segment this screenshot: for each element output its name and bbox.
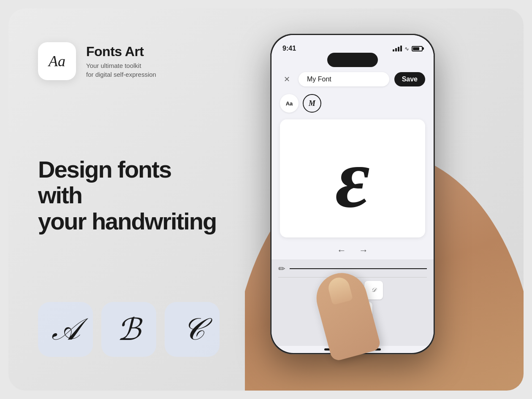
battery-icon <box>412 46 423 51</box>
app-header: ✕ My Font Save <box>271 67 434 92</box>
underline-bar <box>290 268 427 269</box>
tab-aa[interactable]: Aa <box>280 94 299 113</box>
app-icon: Aa <box>38 42 76 80</box>
close-button[interactable]: ✕ <box>280 73 293 86</box>
drawing-canvas[interactable]: ε <box>280 119 425 237</box>
letter-b: ℬ <box>117 312 141 348</box>
undo-button[interactable]: ← <box>337 245 346 256</box>
main-headline: Design fonts with your handwriting <box>38 156 220 235</box>
app-name: Fonts Art <box>86 44 156 59</box>
dynamic-island <box>327 53 378 67</box>
style-tabs: Aa M <box>271 92 434 115</box>
letter-cards: 𝒜 ℬ 𝒞 <box>38 302 220 357</box>
status-time: 9:41 <box>282 45 296 52</box>
tab-cursive[interactable]: M <box>303 94 321 113</box>
redo-button[interactable]: → <box>359 245 368 256</box>
letter-a: 𝒜 <box>52 312 79 347</box>
signal-icon <box>393 46 402 51</box>
main-container: Aa Fonts Art Your ultimate toolkit for d… <box>8 8 524 391</box>
save-button[interactable]: Save <box>394 72 425 86</box>
app-text-block: Fonts Art Your ultimate toolkit for digi… <box>86 44 156 79</box>
drawn-letter: ε <box>335 136 370 221</box>
letter-card-a: 𝒜 <box>38 302 93 357</box>
app-icon-text: Aa <box>49 52 65 70</box>
undo-redo-bar: ← → <box>271 242 434 259</box>
letter-card-c: 𝒞 <box>165 302 220 357</box>
pen-icon: ✏ <box>278 264 285 274</box>
right-panel: 9:41 ∿ <box>245 8 524 391</box>
status-icons: ∿ <box>393 46 423 52</box>
font-name-input[interactable]: My Font <box>299 72 389 86</box>
left-panel: Aa Fonts Art Your ultimate toolkit for d… <box>8 8 245 391</box>
letter-card-b: ℬ <box>101 302 156 357</box>
wifi-icon: ∿ <box>404 46 409 52</box>
app-info: Aa Fonts Art Your ultimate toolkit for d… <box>38 42 220 80</box>
finger-nail <box>326 275 353 305</box>
app-tagline: Your ultimate toolkit for digital self-e… <box>86 61 156 79</box>
letter-c: 𝒞 <box>181 312 204 347</box>
